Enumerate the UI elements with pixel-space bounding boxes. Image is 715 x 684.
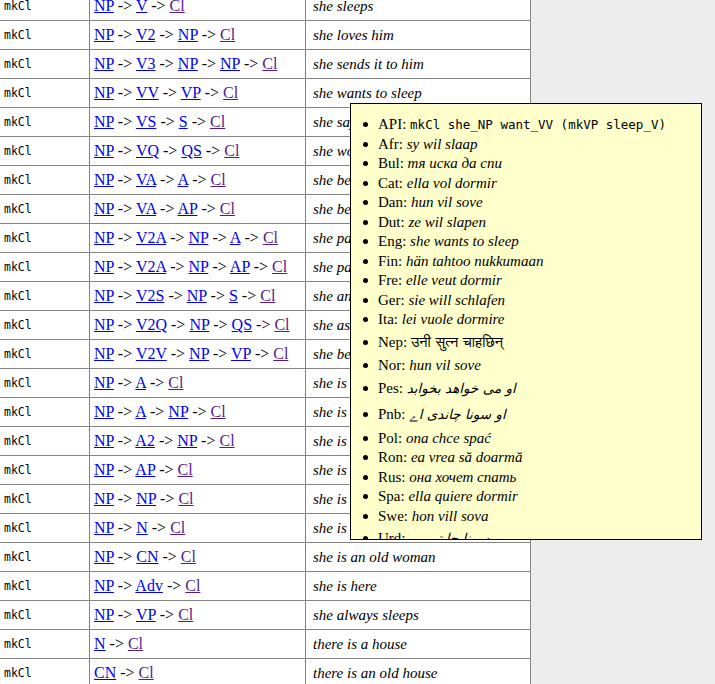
category-link-VS[interactable]: VS bbox=[136, 113, 156, 130]
category-link-NP[interactable]: NP bbox=[94, 490, 114, 507]
category-link-NP[interactable]: NP bbox=[94, 577, 114, 594]
category-link-NP[interactable]: NP bbox=[189, 316, 209, 333]
category-link-Cl[interactable]: Cl bbox=[273, 345, 288, 362]
category-link-V2A[interactable]: V2A bbox=[136, 229, 166, 246]
category-link-NP[interactable]: NP bbox=[94, 26, 114, 43]
category-link-NP[interactable]: NP bbox=[168, 403, 188, 420]
example-cell: she loves him bbox=[306, 21, 531, 50]
category-link-Cl[interactable]: Cl bbox=[219, 432, 234, 449]
category-link-NP[interactable]: NP bbox=[94, 403, 114, 420]
category-link-NP[interactable]: NP bbox=[189, 229, 209, 246]
category-link-S[interactable]: S bbox=[229, 287, 238, 304]
category-link-CN[interactable]: CN bbox=[94, 664, 116, 681]
category-link-NP[interactable]: NP bbox=[189, 345, 209, 362]
category-link-NP[interactable]: NP bbox=[178, 55, 198, 72]
category-link-NP[interactable]: NP bbox=[94, 606, 114, 623]
category-link-NP[interactable]: NP bbox=[178, 26, 198, 43]
category-link-Cl[interactable]: Cl bbox=[223, 84, 238, 101]
category-link-A[interactable]: A bbox=[135, 374, 146, 391]
category-link-V3[interactable]: V3 bbox=[136, 55, 156, 72]
category-link-Cl[interactable]: Cl bbox=[178, 461, 193, 478]
category-link-Cl[interactable]: Cl bbox=[260, 287, 275, 304]
category-link-NP[interactable]: NP bbox=[94, 113, 114, 130]
category-link-QS[interactable]: QS bbox=[181, 142, 201, 159]
category-link-V2Q[interactable]: V2Q bbox=[136, 316, 167, 333]
category-link-NP[interactable]: NP bbox=[94, 519, 114, 536]
category-link-NP[interactable]: NP bbox=[94, 345, 114, 362]
category-link-NP[interactable]: NP bbox=[94, 55, 114, 72]
category-link-NP[interactable]: NP bbox=[94, 84, 114, 101]
category-link-AP[interactable]: AP bbox=[230, 258, 250, 275]
category-link-A2[interactable]: A2 bbox=[135, 432, 155, 449]
function-name-cell: mkCl bbox=[0, 369, 90, 398]
category-link-Cl[interactable]: Cl bbox=[168, 374, 183, 391]
category-link-NP[interactable]: NP bbox=[94, 287, 114, 304]
category-link-Cl[interactable]: Cl bbox=[128, 635, 143, 652]
type-signature-cell: NP -> VS -> S -> Cl bbox=[90, 108, 306, 137]
table-row: mkClNP -> V -> Clshe sleeps bbox=[0, 0, 531, 21]
category-link-Cl[interactable]: Cl bbox=[170, 519, 185, 536]
category-link-CN[interactable]: CN bbox=[136, 548, 158, 565]
category-link-V[interactable]: V bbox=[136, 0, 147, 14]
category-link-Adv[interactable]: Adv bbox=[135, 577, 163, 594]
language-label: Nor: bbox=[378, 357, 406, 373]
category-link-Cl[interactable]: Cl bbox=[211, 171, 226, 188]
category-link-S[interactable]: S bbox=[179, 113, 188, 130]
category-link-Cl[interactable]: Cl bbox=[178, 606, 193, 623]
category-link-Cl[interactable]: Cl bbox=[170, 0, 185, 14]
category-link-NP[interactable]: NP bbox=[94, 200, 114, 217]
type-signature-cell: NP -> A2 -> NP -> Cl bbox=[90, 427, 306, 456]
category-link-VA[interactable]: VA bbox=[136, 200, 156, 217]
category-link-A[interactable]: A bbox=[230, 229, 241, 246]
category-link-NP[interactable]: NP bbox=[94, 229, 114, 246]
category-link-N[interactable]: N bbox=[94, 635, 106, 652]
category-link-NP[interactable]: NP bbox=[94, 548, 114, 565]
category-link-NP[interactable]: NP bbox=[94, 461, 114, 478]
category-link-Cl[interactable]: Cl bbox=[274, 316, 289, 333]
category-link-NP[interactable]: NP bbox=[94, 374, 114, 391]
category-link-A[interactable]: A bbox=[135, 403, 146, 420]
category-link-Cl[interactable]: Cl bbox=[262, 55, 277, 72]
type-signature-cell: NP -> NP -> Cl bbox=[90, 485, 306, 514]
category-link-Cl[interactable]: Cl bbox=[181, 548, 196, 565]
category-link-VQ[interactable]: VQ bbox=[136, 142, 159, 159]
category-link-Cl[interactable]: Cl bbox=[185, 577, 200, 594]
category-link-AP[interactable]: AP bbox=[178, 200, 198, 217]
category-link-QS[interactable]: QS bbox=[232, 316, 252, 333]
category-link-N[interactable]: N bbox=[136, 519, 148, 536]
category-link-Cl[interactable]: Cl bbox=[224, 142, 239, 159]
category-link-A[interactable]: A bbox=[178, 171, 189, 188]
category-link-NP[interactable]: NP bbox=[94, 171, 114, 188]
category-link-VP[interactable]: VP bbox=[136, 606, 156, 623]
category-link-NP[interactable]: NP bbox=[94, 258, 114, 275]
category-link-AP[interactable]: AP bbox=[135, 461, 155, 478]
category-link-VA[interactable]: VA bbox=[136, 171, 156, 188]
category-link-Cl[interactable]: Cl bbox=[178, 490, 193, 507]
category-link-Cl[interactable]: Cl bbox=[210, 113, 225, 130]
category-link-NP[interactable]: NP bbox=[94, 142, 114, 159]
category-link-NP[interactable]: NP bbox=[220, 55, 240, 72]
category-link-VP[interactable]: VP bbox=[231, 345, 251, 362]
category-link-NP[interactable]: NP bbox=[189, 258, 209, 275]
category-link-Cl[interactable]: Cl bbox=[272, 258, 287, 275]
category-link-VP[interactable]: VP bbox=[181, 84, 201, 101]
category-link-Cl[interactable]: Cl bbox=[211, 403, 226, 420]
category-link-Cl[interactable]: Cl bbox=[220, 26, 235, 43]
category-link-V2A[interactable]: V2A bbox=[136, 258, 166, 275]
category-link-NP[interactable]: NP bbox=[94, 316, 114, 333]
category-link-NP[interactable]: NP bbox=[177, 432, 197, 449]
category-link-Cl[interactable]: Cl bbox=[139, 664, 154, 681]
category-link-V2S[interactable]: V2S bbox=[136, 287, 164, 304]
category-link-V2[interactable]: V2 bbox=[136, 26, 156, 43]
category-link-V2V[interactable]: V2V bbox=[136, 345, 167, 362]
type-signature-cell: NP -> V3 -> NP -> NP -> Cl bbox=[90, 50, 306, 79]
category-link-Cl[interactable]: Cl bbox=[263, 229, 278, 246]
category-link-VV[interactable]: VV bbox=[136, 84, 159, 101]
category-link-NP[interactable]: NP bbox=[136, 490, 156, 507]
category-link-Cl[interactable]: Cl bbox=[220, 200, 235, 217]
category-link-NP[interactable]: NP bbox=[94, 432, 114, 449]
arrow-separator: -> bbox=[155, 432, 177, 449]
category-link-NP[interactable]: NP bbox=[94, 0, 114, 14]
page-viewport: mkClNP -> V -> Clshe sleepsmkClNP -> V2 … bbox=[0, 0, 715, 684]
category-link-NP[interactable]: NP bbox=[187, 287, 207, 304]
